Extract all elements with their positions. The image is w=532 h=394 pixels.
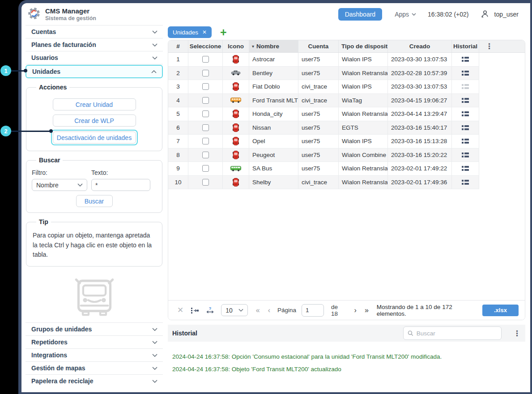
- unit-account: user75: [298, 67, 339, 80]
- sidebar-item-gesti-n-de-mapas[interactable]: Gestión de mapas: [26, 361, 163, 374]
- close-tab-icon[interactable]: ✕: [202, 29, 207, 35]
- unit-name: Astrocar: [249, 53, 298, 66]
- row-checkbox[interactable]: [202, 56, 209, 63]
- filtro-select[interactable]: Nombre: [32, 179, 87, 191]
- unit-created: 2023-02-01 17:49:22: [388, 162, 452, 175]
- history-search-input[interactable]: [417, 330, 497, 337]
- table-row[interactable]: 1 Astrocar user75 Wialon IPS 2023-03-30 …: [168, 53, 479, 67]
- desactivacion-de-unidades-button[interactable]: Desactivación de unidades: [53, 131, 136, 144]
- clear-selection-icon[interactable]: ✕: [177, 305, 183, 315]
- col-creado[interactable]: Creado: [388, 40, 452, 52]
- auto-column-width-icon[interactable]: ?: [206, 307, 214, 314]
- table-menu-icon[interactable]: ⋮: [485, 42, 493, 51]
- bus-placeholder-icon: [26, 275, 163, 323]
- history-menu-icon[interactable]: ⋮: [513, 329, 521, 338]
- table-body: 1 Astrocar user75 Wialon IPS 2023-03-30 …: [168, 53, 525, 189]
- row-checkbox[interactable]: [202, 138, 209, 144]
- unit-created: 2023-02-01 17:49:36: [388, 176, 452, 189]
- unit-created: 2023-03-30 13:07:53: [388, 80, 452, 93]
- table-row[interactable]: 7 Opel user75 Wialon IPS 2023-03-16 15:1…: [168, 135, 479, 148]
- sidebar-item-label: Unidades: [32, 68, 60, 75]
- chevron-down-icon: [152, 43, 157, 47]
- unit-device-type: Wialon Retranslator: [339, 162, 388, 175]
- unit-name: Peugeot: [249, 148, 298, 162]
- history-search[interactable]: [403, 326, 502, 340]
- row-checkbox[interactable]: [202, 152, 209, 158]
- scroll-to-selected-icon[interactable]: [191, 307, 199, 314]
- page-size-select[interactable]: 10: [221, 304, 248, 316]
- col-tipo-dispositivo[interactable]: Tipo de dispositivo: [339, 40, 388, 52]
- col-icono[interactable]: Icono: [223, 40, 249, 52]
- sort-desc-icon: ▾: [252, 44, 254, 49]
- table-row[interactable]: 10 Shelby civi_trace Wialon Retranslator…: [168, 176, 479, 190]
- first-page-icon[interactable]: «: [256, 306, 260, 314]
- sidebar-item-repetidores[interactable]: Repetidores: [26, 335, 163, 348]
- col-num[interactable]: #: [168, 40, 188, 52]
- table-row[interactable]: 5 Honda_city user75 Wialon Retranslator …: [168, 107, 479, 121]
- tab-bar: Unidades ✕ +: [168, 26, 227, 38]
- table-row[interactable]: 2 Bentley user75 Wialon Retranslator 202…: [168, 67, 479, 80]
- history-icon[interactable]: [462, 152, 469, 158]
- unit-created: 2023-04-14 13:29:47: [388, 107, 452, 121]
- col-seleccione[interactable]: Seleccione: [188, 40, 223, 52]
- tab-unidades[interactable]: Unidades ✕: [168, 26, 212, 38]
- table-row[interactable]: 6 Nissan user75 EGTS 2023-03-16 15:40:17: [168, 121, 479, 135]
- row-checkbox[interactable]: [202, 83, 209, 90]
- col-nombre-sorted[interactable]: ▾ Nombre: [249, 40, 298, 52]
- acciones-legend: Acciones: [36, 84, 69, 91]
- unit-account: civi_trace: [298, 80, 339, 93]
- sidebar-item-planes-de-facturaci-n[interactable]: Planes de facturación: [26, 38, 163, 51]
- history-icon[interactable]: [462, 138, 469, 144]
- history-icon[interactable]: [462, 70, 469, 76]
- chevron-down-icon: [152, 328, 157, 331]
- next-page-icon[interactable]: ›: [354, 306, 357, 314]
- cms-gear-logo-icon: [27, 7, 41, 22]
- history-panel-header: Historial ⋮: [168, 325, 525, 342]
- filtro-label: Filtro:: [32, 169, 87, 176]
- red-car-icon: [223, 53, 249, 66]
- sidebar-item-cuentas[interactable]: Cuentas: [26, 25, 163, 38]
- row-checkbox[interactable]: [202, 179, 209, 186]
- history-icon[interactable]: [462, 125, 469, 131]
- row-checkbox[interactable]: [202, 124, 209, 131]
- table-row[interactable]: 8 Peugeot user75 Wialon Combine 2023-03-…: [168, 148, 479, 162]
- red-car-icon: [223, 148, 249, 162]
- row-checkbox[interactable]: [202, 70, 209, 76]
- sidebar-bottom-list: Grupos de unidades Repetidores Integrati…: [26, 322, 163, 387]
- export-xlsx-button[interactable]: .xlsx: [482, 305, 519, 316]
- history-icon[interactable]: [462, 165, 469, 171]
- sidebar-item-label: Usuarios: [31, 54, 58, 61]
- buscar-button[interactable]: Buscar: [76, 195, 113, 207]
- table-row[interactable]: 9 SA Bus user75 Wialon Retranslator 2023…: [168, 162, 479, 176]
- row-num: 10: [168, 176, 188, 189]
- page-size-value: 10: [226, 307, 233, 314]
- sidebar-item-unidades-active[interactable]: Unidades: [26, 65, 163, 78]
- sidebar-item-label: Cuentas: [31, 28, 56, 35]
- sidebar-item-label: Gestión de mapas: [31, 364, 85, 372]
- col-historial[interactable]: Historial: [452, 40, 479, 52]
- row-checkbox[interactable]: [202, 97, 209, 104]
- texto-input[interactable]: [91, 179, 150, 191]
- history-icon[interactable]: [462, 97, 469, 103]
- page-number-input[interactable]: [302, 304, 324, 317]
- history-icon[interactable]: [462, 111, 469, 117]
- crear-de-wlp-button[interactable]: Crear de WLP: [53, 114, 136, 127]
- prev-page-icon[interactable]: ‹: [268, 306, 270, 314]
- sidebar-item-usuarios[interactable]: Usuarios: [26, 51, 163, 64]
- col-cuenta[interactable]: Cuenta: [298, 40, 339, 52]
- history-icon[interactable]: [462, 179, 469, 185]
- history-icon[interactable]: [462, 84, 469, 89]
- table-row[interactable]: 3 Fiat Doblo civi_trace Wialon IPS 2023-…: [168, 80, 479, 94]
- sidebar-item-integrations[interactable]: Integrations: [26, 348, 163, 361]
- sidebar-item-papelera-de-reciclaje[interactable]: Papelera de reciclaje: [26, 374, 163, 387]
- history-icon[interactable]: [462, 56, 469, 62]
- last-page-icon[interactable]: »: [365, 306, 369, 314]
- table-row[interactable]: 4 Ford Transit MLT200 civi_trace WiaTag …: [168, 94, 479, 108]
- unit-created: 2023-03-16 15:20:22: [388, 148, 452, 162]
- row-checkbox[interactable]: [202, 110, 209, 117]
- crear-unidad-button[interactable]: Crear Unidad: [53, 98, 136, 110]
- row-checkbox[interactable]: [202, 165, 209, 172]
- sidebar-item-grupos-de-unidades[interactable]: Grupos de unidades: [26, 322, 163, 335]
- add-tab-icon[interactable]: +: [220, 27, 227, 38]
- row-num: 5: [168, 107, 188, 121]
